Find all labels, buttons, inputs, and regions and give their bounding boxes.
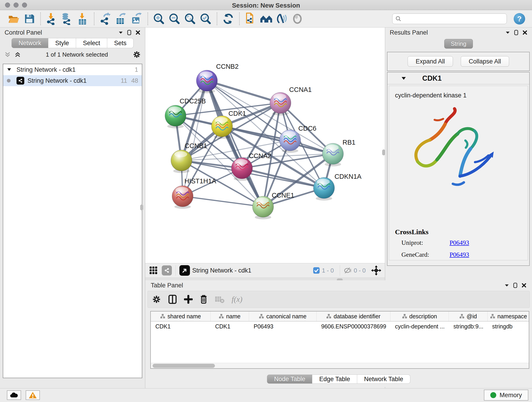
search-icon [395, 16, 402, 22]
network-node-CDC25B[interactable] [165, 105, 186, 128]
collapse-all-networks-icon[interactable] [4, 51, 11, 58]
table-horizontal-scrollbar[interactable] [151, 363, 529, 368]
tab-sets[interactable]: Sets [107, 38, 133, 48]
delete-table-icon[interactable] [215, 295, 225, 303]
export-network-to-file-button[interactable] [99, 12, 112, 26]
warnings-button[interactable] [26, 390, 40, 400]
crosslink-link[interactable]: P06493 [450, 239, 469, 246]
help-button[interactable]: ? [513, 12, 526, 26]
create-column-plus-icon[interactable] [184, 295, 193, 304]
table-cell[interactable]: stringdb [488, 322, 529, 331]
zoom-in-button[interactable] [152, 12, 166, 26]
network-node-HIST1H1A[interactable] [172, 186, 193, 209]
tree-expander-icon[interactable] [7, 68, 12, 71]
network-graph[interactable]: CCNB2CCNA1CDC25BCDK1CDC6RB1CCNB1CCNA2CDK… [145, 27, 385, 263]
zoom-out-button[interactable] [168, 12, 181, 26]
tab-select[interactable]: Select [76, 38, 107, 48]
panel-float-icon[interactable] [514, 30, 518, 35]
network-node-CCNE1[interactable] [253, 196, 273, 219]
network-canvas[interactable]: CCNB2CCNA1CDC25BCDK1CDC6RB1CCNB1CCNA2CDK… [145, 27, 385, 263]
import-network-from-database-button[interactable] [61, 12, 74, 26]
network-node-RB1[interactable] [322, 143, 343, 166]
table-options-gear-icon[interactable] [152, 295, 161, 304]
show-columns-icon[interactable] [168, 294, 177, 304]
zoom-fit-button[interactable] [184, 12, 197, 26]
panel-close-icon[interactable] [522, 30, 527, 35]
table-cell[interactable]: CDK1 [210, 322, 249, 331]
tab-style[interactable]: Style [48, 38, 76, 48]
node-label-CDC25B: CDC25B [180, 97, 206, 105]
network-row[interactable]: String Network - cdk1 11 48 [3, 75, 142, 86]
panel-float-icon[interactable] [127, 30, 131, 35]
function-builder-fx[interactable]: f(x) [232, 295, 242, 304]
panel-float-icon[interactable] [513, 283, 517, 288]
tab-string-results[interactable]: String [444, 39, 473, 49]
table-cell[interactable]: 9606.ENSP00000378699 [317, 322, 390, 331]
open-session-button[interactable] [7, 12, 20, 26]
column-header-namespace[interactable]: namespace [488, 312, 529, 321]
table-cell[interactable]: cyclin-dependent ... [390, 322, 449, 331]
network-collection-row[interactable]: String Network - cdk1 1 [3, 64, 142, 75]
section-expander-icon[interactable] [401, 77, 406, 80]
export-image-button[interactable] [130, 12, 143, 26]
search-input[interactable] [404, 16, 504, 22]
network-options-gear-icon[interactable] [133, 51, 141, 59]
crosslink-link[interactable]: P06493 [450, 251, 469, 258]
panel-menu-icon[interactable] [119, 31, 123, 34]
scrollbar-thumb[interactable] [152, 364, 215, 368]
tab-edge-table[interactable]: Edge Table [312, 375, 357, 384]
column-header--id[interactable]: @id [449, 312, 488, 321]
delete-column-trash-icon[interactable] [200, 294, 208, 304]
search-box[interactable] [392, 13, 507, 24]
column-header-canonical-name[interactable]: canonical name [249, 312, 317, 321]
table-cell[interactable]: CDK1 [151, 322, 210, 331]
gene-section-header[interactable]: CDK1 [387, 72, 529, 84]
cloud-status-button[interactable] [7, 390, 21, 400]
zoom-selected-button[interactable] [199, 12, 212, 26]
detach-view-icon[interactable] [179, 265, 190, 276]
tab-node-table[interactable]: Node Table [267, 375, 312, 384]
hide-glass-pane-button[interactable] [275, 12, 288, 26]
expand-all-networks-icon[interactable] [14, 51, 21, 58]
table-cell[interactable]: stringdb:9... [449, 322, 488, 331]
collapse-all-button[interactable]: Collapse All [461, 56, 509, 67]
show-glass-pane-button[interactable] [291, 12, 304, 26]
panel-menu-icon[interactable] [505, 284, 509, 287]
panel-close-icon[interactable] [521, 283, 526, 288]
node-table[interactable]: shared namenamecanonical namedatabase id… [150, 311, 529, 369]
hidden-eye-slash-icon[interactable] [344, 267, 352, 274]
memory-button[interactable]: Memory [484, 390, 528, 401]
apply-layout-button[interactable] [222, 12, 235, 26]
fit-content-crosshair-icon[interactable] [371, 265, 381, 275]
column-header-name[interactable]: name [210, 312, 249, 321]
string-view-badge-icon[interactable] [162, 265, 172, 275]
import-table-from-file-button[interactable] [76, 12, 89, 26]
table-row[interactable]: CDK1CDK1P064939606.ENSP00000378699cyclin… [151, 322, 529, 331]
import-network-from-file-button[interactable] [45, 12, 58, 26]
column-header-description[interactable]: description [390, 312, 449, 321]
export-table-to-file-button[interactable] [114, 12, 128, 26]
warning-triangle-icon [29, 391, 37, 399]
save-floppy-icon [24, 13, 35, 25]
panel-menu-icon[interactable] [505, 31, 510, 34]
network-node-CCNA1[interactable] [270, 92, 291, 115]
left-splitter-handle[interactable] [140, 204, 143, 211]
network-node-CCNB1[interactable] [171, 150, 192, 173]
expand-all-button[interactable]: Expand All [408, 56, 453, 67]
network-edge[interactable] [207, 81, 280, 103]
panel-close-icon[interactable] [135, 30, 140, 35]
column-header-database-identifier[interactable]: database identifier [317, 312, 390, 321]
network-edge[interactable] [183, 196, 263, 207]
home-button[interactable] [260, 12, 273, 26]
string-import-button[interactable] [244, 12, 257, 26]
network-node-CDC6[interactable] [279, 130, 301, 153]
network-edge[interactable] [242, 168, 324, 188]
network-node-CDKN1A[interactable] [313, 177, 335, 201]
column-header-shared-name[interactable]: shared name [151, 312, 210, 321]
table-cell[interactable]: P06493 [249, 322, 317, 331]
birds-eye-view-icon[interactable] [149, 266, 158, 275]
save-session-button[interactable] [23, 12, 36, 26]
tab-network[interactable]: Network [12, 38, 48, 48]
selected-checkbox-icon[interactable] [313, 267, 320, 274]
tab-network-table[interactable]: Network Table [357, 375, 410, 384]
